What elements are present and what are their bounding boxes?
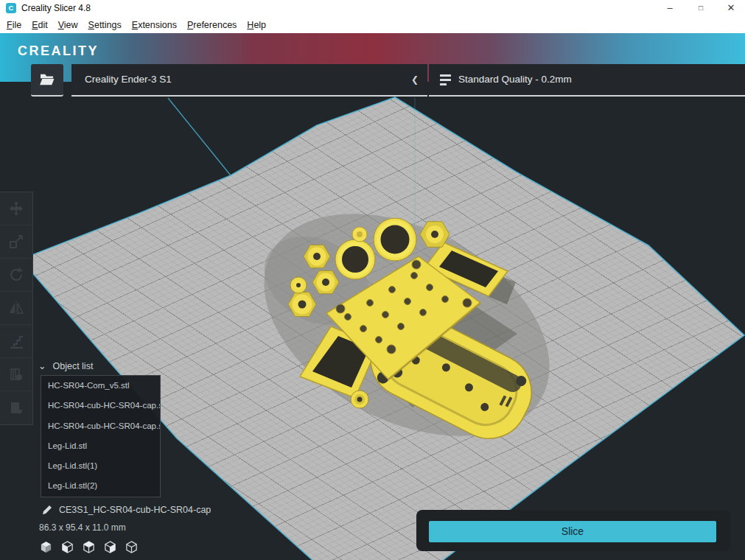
window-title: Creality Slicer 4.8 <box>21 3 91 13</box>
printer-name: Creality Ender-3 S1 <box>85 64 172 95</box>
app-logo-icon: C <box>6 3 16 13</box>
menu-settings[interactable]: Settings <box>83 20 127 30</box>
creality-slicer-window: C Creality Slicer 4.8 – □ ✕ File Edit Vi… <box>0 0 745 560</box>
model-dome[interactable] <box>352 227 367 242</box>
object-list-header[interactable]: ⌄ Object list <box>38 360 93 371</box>
custom-supports-icon <box>8 400 24 416</box>
selected-model-name[interactable]: CE3S1_HC-SR04-cub-HC-SR04-cap <box>59 505 211 515</box>
profile-name: Standard Quality - 0.2mm <box>458 64 572 95</box>
custom-supports-button[interactable] <box>0 391 32 424</box>
print-settings-selector[interactable]: Standard Quality - 0.2mm <box>429 64 745 97</box>
move-icon <box>8 200 24 217</box>
printer-selector[interactable]: Creality Ender-3 S1 ❮ <box>71 64 427 97</box>
right-view-icon[interactable] <box>125 540 139 554</box>
rotate-tool-button[interactable] <box>0 259 32 292</box>
titlebar: C Creality Slicer 4.8 – □ ✕ <box>0 0 745 16</box>
scale-tool-button[interactable] <box>0 225 32 259</box>
menu-extensions[interactable]: Extensions <box>127 20 182 30</box>
top-view-icon[interactable] <box>82 540 96 554</box>
3d-view-icon[interactable] <box>39 540 53 554</box>
model-ring-1[interactable] <box>335 239 375 279</box>
object-list-item[interactable]: Leg-Lid.stl <box>41 436 160 456</box>
menu-edit[interactable]: Edit <box>27 20 53 30</box>
slice-action-panel: Slice <box>416 510 730 551</box>
object-list-item[interactable]: Leg-Lid.stl(1) <box>41 456 160 476</box>
creality-logo: CREALITY <box>18 43 99 59</box>
view-orientation-bar <box>39 540 139 554</box>
selected-model-dimensions: 86.3 x 95.4 x 11.0 mm <box>39 522 126 533</box>
object-list-item[interactable]: HC-SR04-Com_v5.stl <box>41 376 160 396</box>
open-folder-icon <box>39 73 55 86</box>
slice-button[interactable]: Slice <box>429 521 716 542</box>
open-file-button[interactable] <box>31 64 63 97</box>
support-blocker-button[interactable] <box>0 358 32 391</box>
collapse-chevron-icon[interactable]: ❮ <box>411 64 419 95</box>
maximize-button[interactable]: □ <box>690 0 712 16</box>
object-list-panel: HC-SR04-Com_v5.stl HC-SR04-cub-HC-SR04-c… <box>41 375 161 497</box>
rename-pencil-icon[interactable] <box>41 504 53 516</box>
model-cylinder <box>351 391 368 408</box>
object-list-item[interactable]: HC-SR04-cub-HC-SR04-cap.stl <box>41 396 160 416</box>
model-ring-2[interactable] <box>374 218 416 261</box>
menu-view[interactable]: View <box>53 20 83 30</box>
mirror-tool-button[interactable] <box>0 292 32 325</box>
layers-icon <box>440 74 452 86</box>
support-blocker-icon <box>8 366 24 382</box>
chevron-down-icon: ⌄ <box>38 360 46 371</box>
menu-file[interactable]: File <box>1 20 27 30</box>
minimize-button[interactable]: – <box>659 0 681 16</box>
object-list-title: Object list <box>52 361 93 371</box>
per-model-settings-button[interactable] <box>0 325 32 358</box>
front-view-icon[interactable] <box>60 540 74 554</box>
scale-icon <box>8 234 24 250</box>
close-button[interactable]: ✕ <box>720 0 742 16</box>
mirror-icon <box>8 300 24 316</box>
object-list-item[interactable]: HC-SR04-cub-HC-SR04-cap.st... <box>41 416 160 436</box>
per-model-settings-icon <box>8 333 24 349</box>
left-view-icon[interactable] <box>103 540 117 554</box>
menu-preferences[interactable]: Preferences <box>182 20 242 30</box>
menu-bar: File Edit View Settings Extensions Prefe… <box>0 16 745 33</box>
object-list-item[interactable]: Leg-Lid.stl(2) <box>41 476 160 496</box>
rotate-icon <box>8 267 24 283</box>
move-tool-button[interactable] <box>0 192 32 225</box>
tool-panel <box>0 192 33 425</box>
menu-help[interactable]: Help <box>242 20 271 30</box>
